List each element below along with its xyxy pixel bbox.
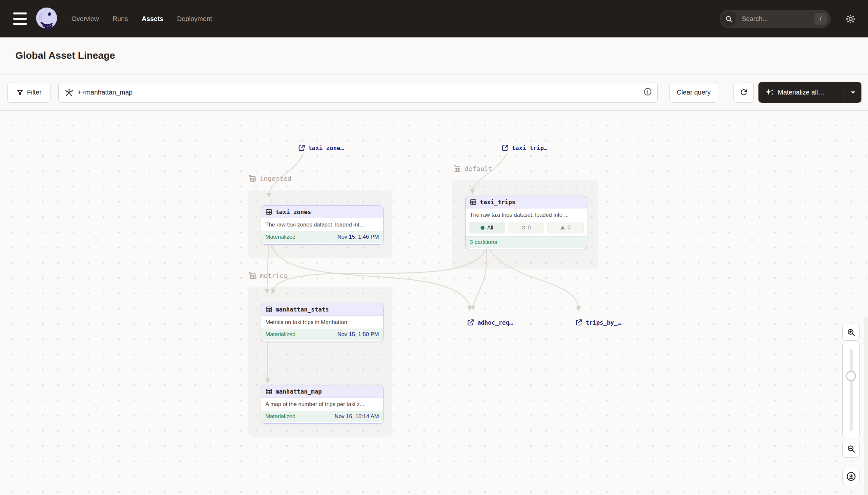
zoom-slider-thumb[interactable]	[846, 371, 856, 381]
refresh-graph-button[interactable]	[733, 82, 754, 103]
page-title: Global Asset Lineage	[15, 50, 115, 61]
external-link-icon	[575, 319, 583, 326]
asset-query-box	[58, 82, 658, 103]
group-name: metrics	[260, 272, 287, 280]
materialize-dropdown-button[interactable]	[844, 82, 862, 103]
asset-description: The raw taxi zones dataset, loaded int..…	[261, 218, 383, 231]
asset-name: taxi_trips	[480, 199, 515, 205]
sparkle-icon	[765, 88, 774, 97]
external-asset-adhoc_req[interactable]: adhoc_req…	[467, 319, 513, 326]
partition-pill-failed[interactable]: 0	[547, 222, 584, 233]
canvas-scrollbar[interactable]	[864, 318, 868, 495]
external-link-icon	[298, 144, 305, 152]
zoom-slider-track	[850, 349, 853, 431]
group-name: default	[464, 165, 492, 173]
search-icon	[721, 11, 737, 27]
menu-button[interactable]	[13, 13, 27, 25]
status-badge: Materialized	[265, 234, 296, 240]
search-shortcut-badge: /	[815, 13, 827, 24]
external-asset-label: taxi_trip…	[512, 144, 547, 151]
ring-icon	[521, 226, 525, 229]
top-nav: Overview Runs Assets Deployment Search..…	[0, 0, 868, 37]
clear-query-label: Clear query	[677, 89, 711, 96]
external-asset-taxi_trip[interactable]: taxi_trip…	[501, 144, 547, 152]
octopus-logo-icon	[35, 7, 58, 31]
filter-funnel-icon	[16, 89, 24, 96]
table-icon	[470, 199, 477, 205]
page-header: Global Asset Lineage Reload definitions	[0, 37, 868, 75]
refresh-icon	[740, 89, 748, 97]
asset-description: A map of the number of trips per taxi z.…	[261, 398, 383, 411]
lineage-toolbar: Filter Clear query	[0, 75, 868, 110]
external-asset-taxi_zone[interactable]: taxi_zone…	[298, 144, 344, 152]
nav-item-overview[interactable]: Overview	[72, 15, 99, 23]
partitions-footer: 3 partitions	[470, 239, 497, 245]
table-icon	[265, 208, 272, 215]
asset-query-input[interactable]	[77, 89, 643, 96]
triangle-icon	[560, 226, 565, 229]
hamburger-icon	[13, 13, 27, 14]
asset-node-manhattan_stats[interactable]: manhattan_stats Metrics on taxi trips in…	[261, 303, 384, 341]
search-placeholder: Search...	[742, 15, 815, 23]
asset-description: The raw taxi trips dataset, loaded into …	[465, 208, 587, 221]
status-badge: Materialized	[265, 331, 296, 338]
green-dot-icon	[481, 226, 484, 230]
clear-query-button[interactable]: Clear query	[669, 82, 718, 103]
zoom-out-icon	[847, 444, 855, 453]
asset-group-icon	[248, 271, 256, 280]
external-asset-trips_by[interactable]: trips_by_…	[575, 319, 621, 326]
app-root: Overview Runs Assets Deployment Search..…	[0, 0, 868, 495]
lineage-canvas[interactable]: ingested default metrics	[0, 110, 868, 495]
asset-name: taxi_zones	[276, 208, 311, 215]
download-view-button[interactable]	[843, 468, 860, 485]
asset-node-taxi_zones[interactable]: taxi_zones The raw taxi zones dataset, l…	[261, 205, 384, 244]
materialize-all-split-button: Materialize all…	[758, 82, 862, 103]
lineage-edges	[0, 110, 868, 495]
asset-node-taxi_trips[interactable]: taxi_trips The raw taxi trips dataset, l…	[465, 195, 587, 249]
group-label-metrics: metrics	[248, 271, 287, 280]
external-link-icon	[467, 319, 474, 326]
external-asset-label: trips_by_…	[586, 319, 621, 326]
materialize-all-button[interactable]: Materialize all…	[758, 82, 844, 103]
filter-label: Filter	[27, 89, 41, 96]
op-graph-icon	[65, 88, 73, 97]
nav-item-runs[interactable]: Runs	[112, 15, 128, 23]
partition-pill-all[interactable]: All	[469, 222, 505, 233]
download-icon	[846, 471, 856, 481]
status-badge: Materialized	[265, 413, 296, 420]
asset-description: Metrics on taxi trips in Manhattan	[261, 316, 383, 328]
asset-node-manhattan_map[interactable]: manhattan_map A map of the number of tri…	[261, 385, 384, 424]
settings-gear-icon[interactable]	[845, 14, 856, 24]
nav-item-deployment[interactable]: Deployment	[177, 15, 212, 23]
search-input[interactable]: Search... /	[720, 10, 831, 28]
table-icon	[265, 306, 272, 313]
group-label-ingested: ingested	[248, 174, 291, 183]
zoom-slider[interactable]	[843, 342, 860, 438]
primary-nav: Overview Runs Assets Deployment	[72, 0, 212, 37]
external-asset-label: adhoc_req…	[477, 319, 513, 326]
filter-button[interactable]: Filter	[7, 82, 51, 103]
asset-group-icon	[453, 165, 461, 173]
asset-group-icon	[248, 174, 256, 183]
zoom-in-button[interactable]	[843, 324, 860, 341]
dagster-logo[interactable]	[35, 7, 58, 31]
partition-pill-missing[interactable]: 0	[508, 222, 545, 233]
materialization-timestamp: Nov 16, 10:14 AM	[335, 413, 379, 420]
zoom-out-button[interactable]	[843, 440, 860, 458]
group-name: ingested	[260, 175, 291, 183]
asset-name: manhattan_stats	[276, 306, 329, 313]
materialize-all-label: Materialize all…	[778, 89, 825, 96]
table-icon	[265, 388, 272, 395]
external-link-icon	[501, 144, 509, 152]
caret-down-icon	[851, 91, 855, 94]
external-asset-label: taxi_zone…	[308, 144, 344, 151]
materialization-timestamp: Nov 15, 1:50 PM	[337, 331, 379, 338]
nav-item-assets[interactable]: Assets	[142, 15, 163, 23]
group-label-default: default	[453, 165, 492, 173]
asset-name: manhattan_map	[276, 388, 322, 395]
zoom-in-icon	[847, 328, 855, 337]
materialization-timestamp: Nov 15, 1:46 PM	[337, 234, 379, 240]
query-info-icon[interactable]	[643, 87, 652, 98]
